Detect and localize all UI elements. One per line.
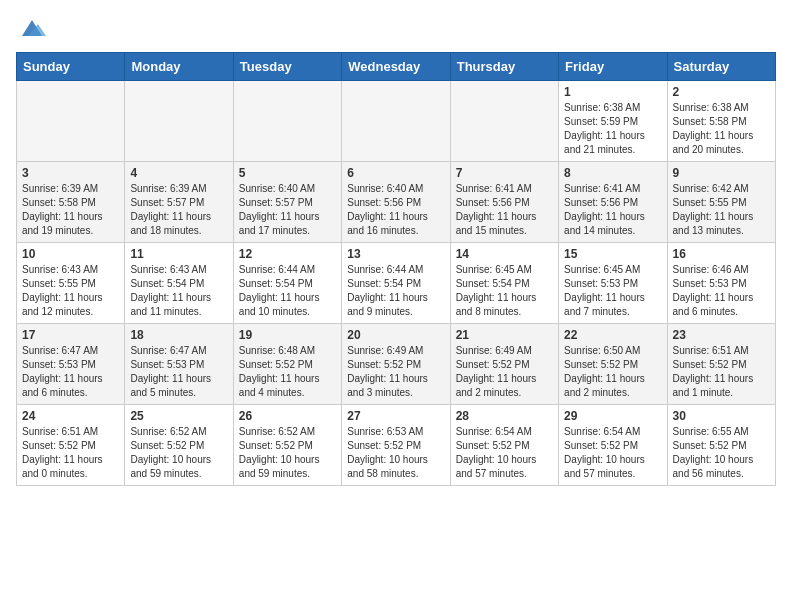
day-number: 25 [130, 409, 227, 423]
weekday-header-row: SundayMondayTuesdayWednesdayThursdayFrid… [17, 53, 776, 81]
day-number: 3 [22, 166, 119, 180]
day-number: 8 [564, 166, 661, 180]
logo [16, 16, 46, 44]
calendar-cell: 19Sunrise: 6:48 AM Sunset: 5:52 PM Dayli… [233, 324, 341, 405]
calendar-cell: 8Sunrise: 6:41 AM Sunset: 5:56 PM Daylig… [559, 162, 667, 243]
calendar: SundayMondayTuesdayWednesdayThursdayFrid… [16, 52, 776, 486]
day-number: 6 [347, 166, 444, 180]
calendar-cell: 6Sunrise: 6:40 AM Sunset: 5:56 PM Daylig… [342, 162, 450, 243]
day-number: 9 [673, 166, 770, 180]
day-number: 17 [22, 328, 119, 342]
calendar-cell: 7Sunrise: 6:41 AM Sunset: 5:56 PM Daylig… [450, 162, 558, 243]
day-info: Sunrise: 6:48 AM Sunset: 5:52 PM Dayligh… [239, 344, 336, 400]
calendar-cell: 28Sunrise: 6:54 AM Sunset: 5:52 PM Dayli… [450, 405, 558, 486]
calendar-cell [125, 81, 233, 162]
calendar-week-3: 10Sunrise: 6:43 AM Sunset: 5:55 PM Dayli… [17, 243, 776, 324]
calendar-cell: 16Sunrise: 6:46 AM Sunset: 5:53 PM Dayli… [667, 243, 775, 324]
day-number: 1 [564, 85, 661, 99]
calendar-cell: 26Sunrise: 6:52 AM Sunset: 5:52 PM Dayli… [233, 405, 341, 486]
calendar-cell: 22Sunrise: 6:50 AM Sunset: 5:52 PM Dayli… [559, 324, 667, 405]
day-number: 4 [130, 166, 227, 180]
calendar-week-1: 1Sunrise: 6:38 AM Sunset: 5:59 PM Daylig… [17, 81, 776, 162]
day-info: Sunrise: 6:49 AM Sunset: 5:52 PM Dayligh… [347, 344, 444, 400]
day-info: Sunrise: 6:41 AM Sunset: 5:56 PM Dayligh… [456, 182, 553, 238]
day-info: Sunrise: 6:52 AM Sunset: 5:52 PM Dayligh… [130, 425, 227, 481]
calendar-cell: 5Sunrise: 6:40 AM Sunset: 5:57 PM Daylig… [233, 162, 341, 243]
weekday-thursday: Thursday [450, 53, 558, 81]
day-info: Sunrise: 6:45 AM Sunset: 5:53 PM Dayligh… [564, 263, 661, 319]
day-info: Sunrise: 6:51 AM Sunset: 5:52 PM Dayligh… [22, 425, 119, 481]
day-info: Sunrise: 6:53 AM Sunset: 5:52 PM Dayligh… [347, 425, 444, 481]
calendar-cell: 3Sunrise: 6:39 AM Sunset: 5:58 PM Daylig… [17, 162, 125, 243]
day-number: 29 [564, 409, 661, 423]
day-info: Sunrise: 6:42 AM Sunset: 5:55 PM Dayligh… [673, 182, 770, 238]
calendar-cell: 4Sunrise: 6:39 AM Sunset: 5:57 PM Daylig… [125, 162, 233, 243]
day-number: 12 [239, 247, 336, 261]
calendar-cell: 2Sunrise: 6:38 AM Sunset: 5:58 PM Daylig… [667, 81, 775, 162]
calendar-week-2: 3Sunrise: 6:39 AM Sunset: 5:58 PM Daylig… [17, 162, 776, 243]
day-number: 28 [456, 409, 553, 423]
day-number: 19 [239, 328, 336, 342]
day-number: 14 [456, 247, 553, 261]
day-info: Sunrise: 6:47 AM Sunset: 5:53 PM Dayligh… [22, 344, 119, 400]
day-info: Sunrise: 6:44 AM Sunset: 5:54 PM Dayligh… [239, 263, 336, 319]
calendar-cell: 24Sunrise: 6:51 AM Sunset: 5:52 PM Dayli… [17, 405, 125, 486]
calendar-cell: 20Sunrise: 6:49 AM Sunset: 5:52 PM Dayli… [342, 324, 450, 405]
day-number: 20 [347, 328, 444, 342]
day-number: 30 [673, 409, 770, 423]
day-info: Sunrise: 6:49 AM Sunset: 5:52 PM Dayligh… [456, 344, 553, 400]
calendar-cell: 30Sunrise: 6:55 AM Sunset: 5:52 PM Dayli… [667, 405, 775, 486]
weekday-wednesday: Wednesday [342, 53, 450, 81]
calendar-cell [17, 81, 125, 162]
day-number: 5 [239, 166, 336, 180]
day-info: Sunrise: 6:50 AM Sunset: 5:52 PM Dayligh… [564, 344, 661, 400]
day-info: Sunrise: 6:38 AM Sunset: 5:58 PM Dayligh… [673, 101, 770, 157]
day-number: 2 [673, 85, 770, 99]
day-info: Sunrise: 6:47 AM Sunset: 5:53 PM Dayligh… [130, 344, 227, 400]
weekday-sunday: Sunday [17, 53, 125, 81]
calendar-cell: 17Sunrise: 6:47 AM Sunset: 5:53 PM Dayli… [17, 324, 125, 405]
calendar-cell: 18Sunrise: 6:47 AM Sunset: 5:53 PM Dayli… [125, 324, 233, 405]
calendar-cell: 21Sunrise: 6:49 AM Sunset: 5:52 PM Dayli… [450, 324, 558, 405]
day-info: Sunrise: 6:51 AM Sunset: 5:52 PM Dayligh… [673, 344, 770, 400]
day-number: 23 [673, 328, 770, 342]
day-number: 16 [673, 247, 770, 261]
day-number: 22 [564, 328, 661, 342]
calendar-cell: 29Sunrise: 6:54 AM Sunset: 5:52 PM Dayli… [559, 405, 667, 486]
calendar-cell [233, 81, 341, 162]
day-info: Sunrise: 6:38 AM Sunset: 5:59 PM Dayligh… [564, 101, 661, 157]
calendar-cell: 23Sunrise: 6:51 AM Sunset: 5:52 PM Dayli… [667, 324, 775, 405]
weekday-saturday: Saturday [667, 53, 775, 81]
day-info: Sunrise: 6:41 AM Sunset: 5:56 PM Dayligh… [564, 182, 661, 238]
day-info: Sunrise: 6:43 AM Sunset: 5:54 PM Dayligh… [130, 263, 227, 319]
day-info: Sunrise: 6:43 AM Sunset: 5:55 PM Dayligh… [22, 263, 119, 319]
logo-icon [18, 16, 46, 44]
day-number: 24 [22, 409, 119, 423]
calendar-cell: 1Sunrise: 6:38 AM Sunset: 5:59 PM Daylig… [559, 81, 667, 162]
day-info: Sunrise: 6:40 AM Sunset: 5:57 PM Dayligh… [239, 182, 336, 238]
calendar-cell: 15Sunrise: 6:45 AM Sunset: 5:53 PM Dayli… [559, 243, 667, 324]
day-number: 26 [239, 409, 336, 423]
calendar-cell: 9Sunrise: 6:42 AM Sunset: 5:55 PM Daylig… [667, 162, 775, 243]
calendar-cell: 25Sunrise: 6:52 AM Sunset: 5:52 PM Dayli… [125, 405, 233, 486]
calendar-cell: 13Sunrise: 6:44 AM Sunset: 5:54 PM Dayli… [342, 243, 450, 324]
day-number: 13 [347, 247, 444, 261]
day-info: Sunrise: 6:52 AM Sunset: 5:52 PM Dayligh… [239, 425, 336, 481]
calendar-cell: 10Sunrise: 6:43 AM Sunset: 5:55 PM Dayli… [17, 243, 125, 324]
calendar-cell: 11Sunrise: 6:43 AM Sunset: 5:54 PM Dayli… [125, 243, 233, 324]
day-number: 7 [456, 166, 553, 180]
calendar-week-4: 17Sunrise: 6:47 AM Sunset: 5:53 PM Dayli… [17, 324, 776, 405]
weekday-friday: Friday [559, 53, 667, 81]
calendar-week-5: 24Sunrise: 6:51 AM Sunset: 5:52 PM Dayli… [17, 405, 776, 486]
calendar-cell [342, 81, 450, 162]
weekday-monday: Monday [125, 53, 233, 81]
day-number: 10 [22, 247, 119, 261]
day-number: 15 [564, 247, 661, 261]
day-number: 18 [130, 328, 227, 342]
weekday-tuesday: Tuesday [233, 53, 341, 81]
day-info: Sunrise: 6:45 AM Sunset: 5:54 PM Dayligh… [456, 263, 553, 319]
day-info: Sunrise: 6:40 AM Sunset: 5:56 PM Dayligh… [347, 182, 444, 238]
day-info: Sunrise: 6:54 AM Sunset: 5:52 PM Dayligh… [456, 425, 553, 481]
day-info: Sunrise: 6:39 AM Sunset: 5:57 PM Dayligh… [130, 182, 227, 238]
day-info: Sunrise: 6:54 AM Sunset: 5:52 PM Dayligh… [564, 425, 661, 481]
